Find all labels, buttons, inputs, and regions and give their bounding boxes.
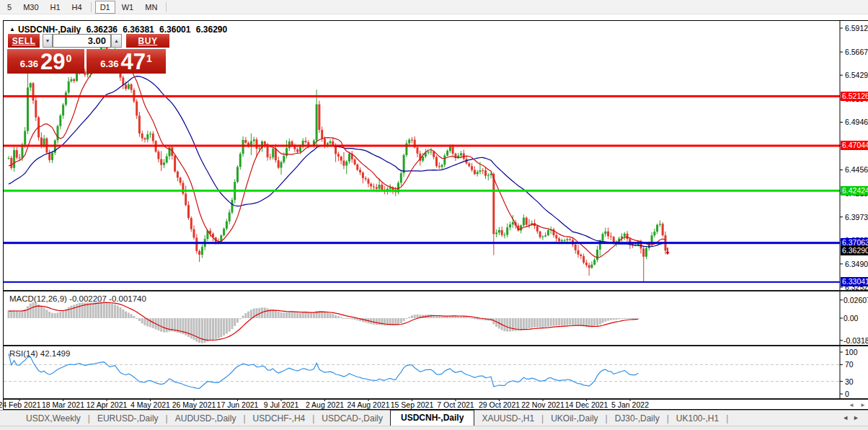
sell-button[interactable]: SELL [8,34,40,48]
date-axis-label: 24 Aug 2021 [343,400,394,409]
timeframe-button-h4[interactable]: H4 [67,1,87,14]
timeframe-button-h1[interactable]: H1 [45,1,66,14]
buy-price-main: 47 [121,52,146,72]
chevron-down-icon: ▼ [45,38,50,43]
ohlc-close: 6.36290 [196,25,227,35]
panel-divider [4,398,868,400]
rsi-name: RSI(14) [9,349,38,358]
rsi-label: RSI(14) 42.1499 [9,349,70,358]
macd-label: MACD(12,26,9) -0.002207 -0.001740 [9,294,146,303]
tab-scroll-right-icon[interactable]: ► [853,414,864,421]
price-level-badge: 6.52126 [841,92,868,101]
price-axis-tick: 6.49460 [845,118,868,126]
timeframe-toolbar: 5M30H1H4D1W1MN [0,0,868,14]
date-axis-label: 4 May 2021 [125,400,176,409]
volume-increase-button[interactable]: ▲ [111,34,122,48]
buy-button[interactable]: BUY [126,34,169,48]
tab-scroll-left-icon[interactable]: ◄ [842,414,853,421]
chart-tab-audusddaily[interactable]: AUDUSD-,Daily [168,411,244,426]
date-axis-label: 29 Oct 2021 [474,400,525,409]
chart-tab-eurusddaily[interactable]: EURUSD-,Daily [90,411,166,426]
buy-price-sup: 1 [146,53,152,63]
date-axis-label: 15 Sep 2021 [387,400,438,409]
toolbar-separator [166,2,167,12]
panel-divider[interactable] [4,345,868,346]
rsi-axis-tick: 30 [845,377,854,386]
rsi-axis-tick: 0 [845,390,849,398]
price-level-badge: 6.33041 [841,277,868,286]
macd-axis-tick: 0.02607 [843,296,868,304]
price-axis-tick: 6.34900 [845,260,868,268]
chart-window: ▲USDCNH-,Daily 6.36236 6.36381 6.36001 6… [3,20,868,410]
price-axis-tick: 6.56670 [845,48,868,56]
timeframe-button-mn[interactable]: MN [140,1,162,14]
date-axis-label: 18 Mar 2021 [38,400,89,409]
date-axis-label: 12 Apr 2021 [81,400,132,409]
chart-scroll-left-icon[interactable]: ◄ [849,402,854,408]
tab-scroll-arrows[interactable]: ◄► [842,414,864,421]
macd-name: MACD(12,26,9) [9,294,67,303]
date-axis-label: 22 Nov 2021 [518,400,568,409]
macd-values: -0.002207 -0.001740 [69,294,146,303]
timeframe-button-w1[interactable]: W1 [117,1,139,14]
volume-decrease-button[interactable]: ▼ [43,34,53,48]
rsi-axis-tick: 70 [845,360,854,369]
price-chart-canvas[interactable] [4,21,868,409]
chart-tab-usdcnhdaily[interactable]: USDCNH-,Daily [390,410,474,426]
price-axis-tick: 6.39730 [845,213,868,221]
date-axis-label: 7 Oct 2021 [430,400,481,409]
sell-price-main: 29 [40,52,65,72]
current-price-badge: 6.36290 [841,246,868,255]
buy-price-prefix: 6.36 [100,58,118,69]
date-axis-label: 17 Jun 2021 [213,400,263,409]
chart-tab-usdcaddaily[interactable]: USDCAD-,Daily [314,411,390,426]
volume-input[interactable] [53,34,111,48]
tab-separator: | [726,411,728,426]
date-axis-label: 2 Aug 2021 [300,400,350,409]
timeframe-button-m30[interactable]: M30 [18,1,43,14]
price-level-badge: 6.47044 [841,141,868,150]
price-axis-tick: 6.59120 [845,24,868,32]
chart-tabbar: USDX,Weekly|EURUSD-,Daily|AUDUSD-,Daily|… [0,410,868,426]
sell-price-sup: 0 [66,53,72,63]
chart-tab-usdchfh4[interactable]: USDCHF-,H4 [246,411,313,426]
price-level-badge: 6.42424 [841,186,868,196]
chart-scroll-right-icon[interactable]: ► [860,402,866,408]
date-axis-label: 5 Jan 2022 [605,400,655,409]
price-axis-tick: 6.54290 [845,71,868,79]
sell-price-prefix: 6.36 [20,58,38,69]
timeframe-button-d1[interactable]: D1 [95,1,115,14]
macd-axis-tick: -0.03187 [843,336,868,345]
rsi-value: 42.1499 [40,349,71,358]
sell-price-button[interactable]: 6.36 29 0 [7,49,84,74]
date-axis-label: 9 Jul 2021 [256,400,306,409]
rsi-axis-tick: 100 [845,348,858,356]
macd-axis-tick: 0.00 [843,314,858,322]
panel-divider[interactable] [4,290,868,291]
timeframe-button-5[interactable]: 5 [2,1,17,14]
one-click-trading-widget: SELL ▼ ▲ BUY 6.36 29 0 6.36 47 1 [7,33,170,73]
chart-tab-xauusdh1[interactable]: XAUUSD-,H1 [474,411,541,426]
toolbar-separator [91,2,92,12]
chart-tab-ukoildaily[interactable]: UKOil-,Daily [544,411,605,426]
collapse-arrow-icon[interactable]: ▲ [9,26,15,32]
price-axis-tick: 6.44560 [845,165,868,174]
chevron-up-icon: ▲ [114,38,119,43]
buy-price-button[interactable]: 6.36 47 1 [87,49,166,74]
status-bar [0,426,868,430]
date-axis-label: 26 May 2021 [169,400,219,409]
chart-tab-uk100h1[interactable]: UK100-,H1 [669,411,726,426]
date-axis-label: 14 Dec 2021 [562,400,612,409]
chart-tab-usdxweekly[interactable]: USDX,Weekly [19,411,88,426]
chart-tab-dj30daily[interactable]: DJ30-,Daily [608,411,667,426]
